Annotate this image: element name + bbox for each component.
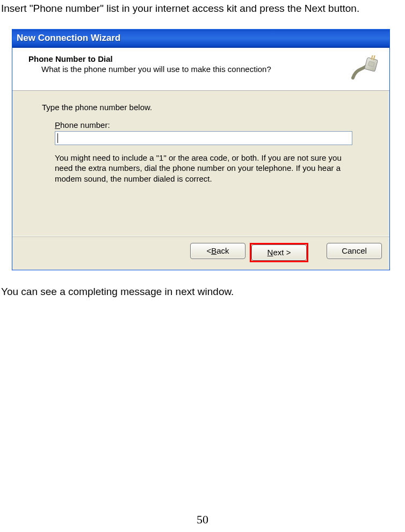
titlebar: New Connection Wizard: [12, 30, 389, 48]
hint-text: You might need to include a "1" or the a…: [55, 153, 355, 184]
text-caret: [57, 133, 58, 143]
doc-intro-text: Insert "Phone number" list in your inter…: [0, 0, 405, 16]
spacer: [313, 243, 322, 262]
phone-number-input[interactable]: [55, 131, 352, 145]
doc-outro-text: You can see a completing message in next…: [0, 270, 405, 299]
page-number: 50: [0, 513, 405, 527]
phone-number-label: Phone number:: [55, 120, 371, 130]
instruction-text: Type the phone number below.: [42, 102, 371, 113]
wizard-header: Phone Number to Dial What is the phone n…: [12, 48, 389, 91]
next-button[interactable]: Next >: [251, 245, 307, 261]
next-button-highlight: Next >: [250, 243, 308, 262]
back-button[interactable]: < Back: [190, 243, 245, 259]
wizard-body: Type the phone number below. Phone numbe…: [12, 91, 389, 236]
wizard-window: New Connection Wizard Phone Number to Di…: [12, 29, 390, 270]
cancel-button[interactable]: Cancel: [327, 243, 382, 259]
wizard-footer: < Back Next > Cancel: [12, 236, 389, 270]
wizard-icon: [350, 55, 380, 85]
window-title: New Connection Wizard: [16, 33, 120, 44]
wizard-step-title: Phone Number to Dial: [28, 54, 336, 63]
wizard-step-subtitle: What is the phone number you will use to…: [28, 63, 336, 74]
